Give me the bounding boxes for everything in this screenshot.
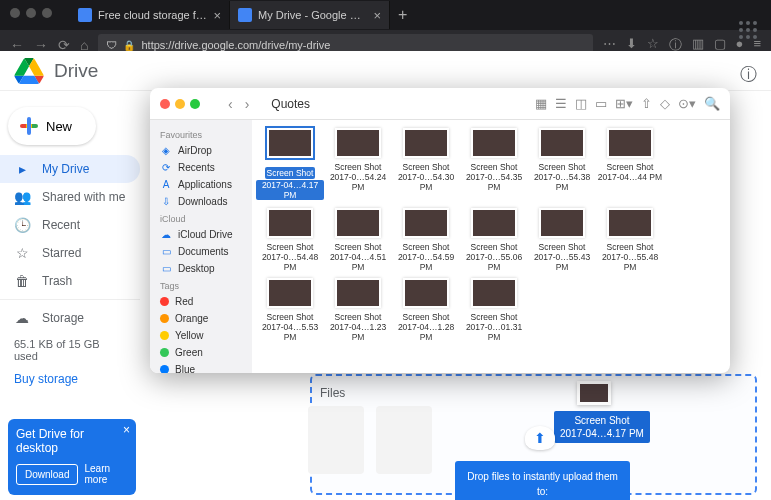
file-thumb: [267, 278, 313, 308]
shield-icon: 🛡: [106, 39, 117, 51]
icon-view-icon[interactable]: ▦: [535, 96, 547, 111]
hint-cards: [308, 406, 432, 474]
learn-more-link[interactable]: Learn more: [84, 463, 128, 485]
sidebar-item-mydrive[interactable]: ▸My Drive: [0, 155, 140, 183]
file-thumb: [403, 208, 449, 238]
file-subtitle: 2017-0…01.31 PM: [460, 322, 528, 342]
window-controls[interactable]: [160, 99, 200, 109]
file-thumb: [267, 208, 313, 238]
search-icon[interactable]: 🔍: [704, 96, 720, 111]
close-icon[interactable]: ×: [123, 423, 130, 437]
sidebar-item-recent[interactable]: 🕒Recent: [0, 211, 140, 239]
file-item[interactable]: Screen Shot2017-0…54.59 PM: [392, 208, 460, 272]
tag-item[interactable]: Green: [150, 344, 252, 361]
section-header: Tags: [150, 277, 252, 293]
tag-item[interactable]: Blue: [150, 361, 252, 373]
close-icon[interactable]: ×: [213, 8, 221, 23]
sidebar-item[interactable]: ▭Desktop: [150, 260, 252, 277]
file-item[interactable]: Screen Shot2017-04…4.17 PM: [256, 128, 324, 202]
file-thumb: [335, 208, 381, 238]
file-thumb: [335, 128, 381, 158]
finder-icon: ☁: [160, 229, 172, 240]
file-name: Screen Shot: [392, 242, 460, 252]
list-view-icon[interactable]: ☰: [555, 96, 567, 111]
share-icon[interactable]: ⇧: [641, 96, 652, 111]
sidebar-item[interactable]: ⇩Downloads: [150, 193, 252, 210]
file-item[interactable]: Screen Shot2017-0…55.43 PM: [528, 208, 596, 272]
finder-icon: ▭: [160, 263, 172, 274]
dragged-file-thumb: [577, 381, 611, 405]
new-button[interactable]: New: [8, 107, 96, 145]
finder-window: ‹› Quotes ▦ ☰ ◫ ▭ ⊞▾ ⇧ ◇ ⊙▾ 🔍 Favourites…: [150, 88, 730, 373]
sidebar-item[interactable]: ▭Documents: [150, 243, 252, 260]
sidebar-item[interactable]: ⟳Recents: [150, 159, 252, 176]
file-thumb: [607, 128, 653, 158]
file-thumb: [471, 128, 517, 158]
section-header: iCloud: [150, 210, 252, 226]
file-item[interactable]: Screen Shot2017-04…1.23 PM: [324, 278, 392, 342]
file-item[interactable]: Screen Shot2017-0…55.06 PM: [460, 208, 528, 272]
file-item[interactable]: Screen Shot2017-0…54.38 PM: [528, 128, 596, 202]
sidebar-item-starred[interactable]: ☆Starred: [0, 239, 140, 267]
file-item[interactable]: Screen Shot2017-0…54.30 PM: [392, 128, 460, 202]
file-item[interactable]: Screen Shot2017-04…4.51 PM: [324, 208, 392, 272]
file-name: Screen Shot: [324, 242, 392, 252]
tag-dot-icon: [160, 297, 169, 306]
download-button[interactable]: Download: [16, 464, 78, 485]
sidebar-item-trash[interactable]: 🗑Trash: [0, 267, 140, 295]
tag-icon[interactable]: ◇: [660, 96, 670, 111]
sidebar-item-shared[interactable]: 👥Shared with me: [0, 183, 140, 211]
sidebar-item[interactable]: ☁iCloud Drive: [150, 226, 252, 243]
group-icon[interactable]: ⊞▾: [615, 96, 633, 111]
file-name: Screen Shot: [256, 312, 324, 322]
back-icon[interactable]: ‹: [224, 96, 237, 112]
browser-tab[interactable]: My Drive - Google Drive×: [230, 1, 390, 29]
app-title: Drive: [54, 60, 98, 82]
forward-icon[interactable]: ›: [241, 96, 254, 112]
file-thumb: [471, 208, 517, 238]
finder-icon: ▭: [160, 246, 172, 257]
file-subtitle: 2017-04…4.51 PM: [324, 252, 392, 272]
apps-icon[interactable]: [739, 21, 757, 39]
gallery-view-icon[interactable]: ▭: [595, 96, 607, 111]
close-icon[interactable]: ×: [373, 8, 381, 23]
file-item[interactable]: Screen Shot2017-0…54.48 PM: [256, 208, 324, 272]
plus-icon: [20, 117, 38, 135]
trash-icon: 🗑: [14, 273, 30, 289]
info-icon[interactable]: ⓘ: [740, 63, 757, 86]
sidebar-item-storage[interactable]: ☁Storage: [0, 299, 140, 332]
files-heading: Files: [320, 386, 345, 400]
file-subtitle: 2017-0…55.48 PM: [596, 252, 664, 272]
file-subtitle: 2017-0…55.43 PM: [528, 252, 596, 272]
sidebar-item[interactable]: ◈AirDrop: [150, 142, 252, 159]
sidebar-item[interactable]: AApplications: [150, 176, 252, 193]
cloud-icon: ☁: [14, 310, 30, 326]
tag-item[interactable]: Red: [150, 293, 252, 310]
tag-dot-icon: [160, 314, 169, 323]
file-item[interactable]: Screen Shot2017-0…54.24 PM: [324, 128, 392, 202]
file-item[interactable]: Screen Shot2017-04…5.53 PM: [256, 278, 324, 342]
section-header: Favourites: [150, 126, 252, 142]
tag-item[interactable]: Yellow: [150, 327, 252, 344]
browser-tab[interactable]: Free cloud storage for person…×: [70, 1, 230, 29]
buy-storage-link[interactable]: Buy storage: [0, 368, 140, 390]
file-name: Screen Shot: [256, 242, 324, 252]
drive-logo-icon: [14, 58, 44, 84]
file-item[interactable]: Screen Shot2017-04…1.28 PM: [392, 278, 460, 342]
tag-item[interactable]: Orange: [150, 310, 252, 327]
file-item[interactable]: Screen Shot2017-04…44 PM: [596, 128, 664, 202]
new-tab-button[interactable]: +: [390, 6, 415, 24]
file-item[interactable]: Screen Shot2017-0…01.31 PM: [460, 278, 528, 342]
dragged-file-label: Screen Shot2017-04…4.17 PM: [554, 411, 650, 443]
file-item[interactable]: Screen Shot2017-0…55.48 PM: [596, 208, 664, 272]
desktop-cta: × Get Drive for desktop Download Learn m…: [8, 419, 136, 495]
file-thumb: [403, 128, 449, 158]
people-icon: 👥: [14, 189, 30, 205]
window-controls[interactable]: [10, 8, 52, 18]
file-name: Screen Shot: [596, 242, 664, 252]
file-name: Screen Shot: [460, 312, 528, 322]
file-item[interactable]: Screen Shot2017-0…54.35 PM: [460, 128, 528, 202]
column-view-icon[interactable]: ◫: [575, 96, 587, 111]
action-icon[interactable]: ⊙▾: [678, 96, 696, 111]
file-subtitle: 2017-04…1.23 PM: [324, 322, 392, 342]
